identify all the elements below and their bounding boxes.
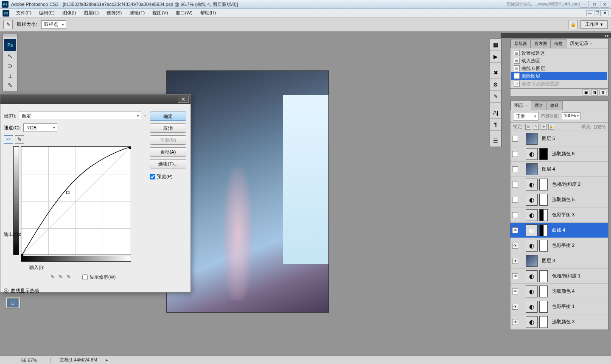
- tab-info[interactable]: 信息: [550, 39, 566, 48]
- dialog-titlebar[interactable]: ✕: [0, 95, 191, 104]
- opacity-field[interactable]: 100%: [562, 112, 580, 120]
- layer-name[interactable]: 色相/饱和度 1: [552, 273, 580, 279]
- dock-btn-2[interactable]: ▶: [490, 51, 501, 63]
- layer-row[interactable]: 图层 5: [510, 131, 608, 146]
- visibility-toggle[interactable]: [512, 197, 518, 203]
- layer-mask-thumb[interactable]: [539, 316, 548, 328]
- gray-point-eyedropper[interactable]: ✎: [59, 274, 62, 280]
- preview-checkbox[interactable]: [150, 174, 155, 179]
- tab-history[interactable]: 历史记录×: [566, 39, 596, 48]
- lock-pixels[interactable]: ✎: [533, 124, 539, 130]
- mdi-restore[interactable]: ❐: [594, 10, 601, 16]
- tab-channels[interactable]: 通道: [531, 101, 547, 110]
- layer-mask-thumb[interactable]: [539, 194, 548, 206]
- layer-row[interactable]: ◐选取颜色 6: [510, 146, 608, 162]
- visibility-toggle[interactable]: 👁: [512, 304, 518, 310]
- layer-row[interactable]: 👁◐色彩平衡 1: [510, 299, 608, 314]
- document-canvas[interactable]: [167, 71, 328, 312]
- menu-filter[interactable]: 滤镜(T): [126, 9, 148, 17]
- layer-mask-thumb[interactable]: [539, 148, 548, 160]
- channel-dropdown[interactable]: RGB: [23, 123, 57, 132]
- layer-mask-thumb[interactable]: [539, 224, 548, 236]
- move-tool[interactable]: ↖: [4, 51, 16, 61]
- visibility-toggle[interactable]: [512, 151, 518, 157]
- menu-select[interactable]: 选择(S): [103, 9, 126, 17]
- layer-mask-thumb[interactable]: [539, 209, 548, 221]
- layer-name[interactable]: 选取颜色 6: [552, 151, 575, 157]
- layer-mask-thumb[interactable]: [539, 240, 548, 252]
- layer-name[interactable]: 色彩平衡 3: [552, 212, 575, 218]
- visibility-toggle[interactable]: 👁: [512, 273, 518, 279]
- layer-name[interactable]: 图层 4: [542, 166, 555, 172]
- lasso-tool[interactable]: ⊃: [4, 61, 16, 70]
- history-delete[interactable]: 🗑: [600, 90, 606, 95]
- tab-paths[interactable]: 路径: [547, 101, 563, 110]
- maximize-button[interactable]: □: [590, 1, 599, 8]
- menu-view[interactable]: 视图(V): [149, 9, 171, 17]
- preset-menu-icon[interactable]: ≡: [144, 113, 146, 118]
- history-new-snapshot[interactable]: ▣: [583, 90, 589, 95]
- layer-mask-thumb[interactable]: [539, 270, 548, 282]
- dock-btn-1[interactable]: ▦: [490, 39, 501, 51]
- dock-btn-4[interactable]: ⚙: [490, 79, 501, 91]
- palette-grip[interactable]: [3, 35, 17, 39]
- visibility-toggle[interactable]: [512, 212, 518, 218]
- layer-row[interactable]: 👁◐色相/饱和度 1: [510, 269, 608, 284]
- menu-image[interactable]: 图像(I): [59, 9, 79, 17]
- visibility-toggle[interactable]: 👁: [512, 258, 518, 264]
- visibility-toggle[interactable]: 👁: [512, 243, 518, 249]
- mdi-minimize[interactable]: —: [586, 10, 593, 16]
- menu-layer[interactable]: 图层(L): [80, 9, 102, 17]
- visibility-toggle[interactable]: [512, 136, 518, 142]
- lock-transparent[interactable]: ▨: [525, 124, 531, 130]
- layer-name[interactable]: 图层 3: [542, 258, 555, 264]
- dock-btn-6[interactable]: A|: [490, 107, 501, 119]
- layer-mask-thumb[interactable]: [539, 286, 548, 297]
- white-point-eyedropper[interactable]: ✎: [67, 274, 70, 280]
- status-menu-chevron[interactable]: ▸: [106, 357, 108, 363]
- layer-name[interactable]: 色相/饱和度 2: [552, 181, 580, 188]
- curve-point-tool[interactable]: 〰: [4, 135, 13, 144]
- ok-button[interactable]: 确定: [150, 112, 186, 121]
- dialog-close-button[interactable]: ✕: [178, 96, 189, 103]
- preset-dropdown[interactable]: 自定: [19, 112, 141, 120]
- menu-edit[interactable]: 编辑(E): [36, 9, 58, 17]
- workspace-icon[interactable]: 🔒: [569, 20, 578, 29]
- layer-mask-thumb[interactable]: [539, 301, 548, 313]
- close-button[interactable]: ✕: [600, 1, 609, 8]
- tab-layers[interactable]: 图层×: [510, 101, 531, 110]
- layer-row[interactable]: 👁◐选取颜色 4: [510, 284, 608, 299]
- visibility-toggle[interactable]: [512, 182, 518, 188]
- layer-row[interactable]: ◐色彩平衡 3: [510, 207, 608, 223]
- curve-graph[interactable]: [21, 146, 131, 255]
- menu-file[interactable]: 文件(F): [13, 9, 35, 17]
- workspace-menu[interactable]: 工作区 ▾: [580, 20, 608, 29]
- layer-name[interactable]: 选取颜色 3: [552, 319, 575, 325]
- expand-chevron-icon[interactable]: ⓥ: [4, 288, 8, 294]
- history-item[interactable]: ▤修改可选颜色图层: [511, 80, 607, 87]
- layer-row[interactable]: 👁◐色彩平衡 2: [510, 238, 608, 253]
- curve-display-options[interactable]: 曲线显示选项: [11, 288, 39, 294]
- dock-btn-8[interactable]: ☰: [490, 135, 501, 147]
- menu-help[interactable]: 帮助(H): [197, 9, 219, 17]
- tab-histogram[interactable]: 直方图: [530, 39, 551, 48]
- layer-name[interactable]: 选取颜色 5: [552, 196, 575, 203]
- layer-name[interactable]: 色彩平衡 1: [552, 303, 575, 310]
- show-clipping-checkbox[interactable]: [82, 274, 88, 280]
- zoom-level[interactable]: 66.67%: [21, 358, 51, 363]
- screen-mode-switcher[interactable]: □: [7, 298, 19, 308]
- black-point-eyedropper[interactable]: ✎: [50, 274, 54, 280]
- history-new-doc[interactable]: ◨: [591, 90, 598, 95]
- layer-name[interactable]: 图层 5: [542, 135, 555, 142]
- layer-row[interactable]: 👁◐曲线 4: [510, 223, 608, 238]
- layer-name[interactable]: 色彩平衡 2: [552, 242, 575, 249]
- panel-collapse-bar[interactable]: ▸▸: [501, 33, 611, 38]
- visibility-toggle[interactable]: [512, 166, 518, 172]
- history-item[interactable]: ▤设置帧延迟: [511, 49, 607, 57]
- blend-mode-dropdown[interactable]: 正常: [513, 112, 538, 120]
- lock-all[interactable]: 🔒: [548, 124, 554, 130]
- layer-row[interactable]: ◐选取颜色 5: [510, 192, 608, 207]
- menu-window[interactable]: 窗口(W): [172, 9, 196, 17]
- layer-row[interactable]: 👁◐选取颜色 3: [510, 314, 608, 330]
- fill-field[interactable]: 100%: [594, 124, 605, 129]
